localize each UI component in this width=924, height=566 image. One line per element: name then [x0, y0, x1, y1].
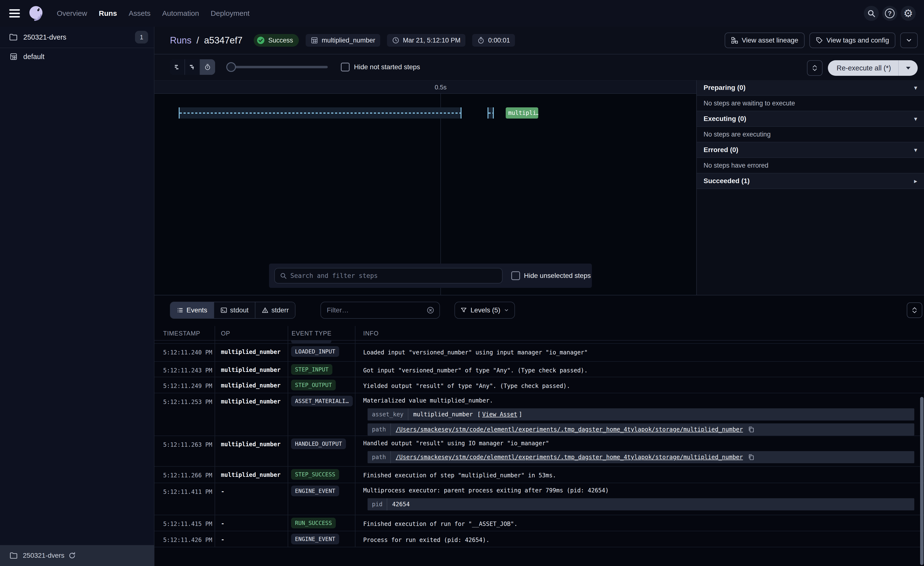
search-button[interactable]	[864, 6, 879, 21]
hide-unselected-control: Hide unselected steps	[511, 271, 591, 280]
event-row[interactable]: 5:12:11.253 PM multiplied_number ASSET_M…	[154, 393, 924, 436]
chevron-down-icon	[812, 68, 818, 71]
event-timestamp: 5:12:11.263 PM	[154, 436, 215, 466]
breadcrumb-runs-link[interactable]: Runs	[170, 35, 192, 45]
fit-steps-button[interactable]	[807, 60, 822, 76]
help-icon: ?	[885, 9, 895, 18]
reexecute-all-button[interactable]: Re-execute all (*)	[828, 64, 898, 72]
levels-dropdown[interactable]: Levels (5)	[454, 302, 515, 319]
chevron-down-icon: ▾	[914, 84, 917, 92]
event-row[interactable]: 5:12:11.426 PM - ENGINE_EVENT Process fo…	[154, 531, 924, 547]
chevron-down-icon: ▾	[914, 146, 917, 154]
view-asset-lineage-button[interactable]: View asset lineage	[724, 33, 804, 48]
nav-item-overview[interactable]: Overview	[57, 9, 87, 18]
tab-stderr-label: stderr	[272, 306, 289, 314]
clear-filter-icon[interactable]	[426, 306, 435, 314]
section-succeeded-header[interactable]: Succeeded (1) ▸	[697, 173, 924, 189]
run-header-more-button[interactable]	[900, 33, 918, 48]
view-asset-link[interactable]: View Asset	[482, 411, 518, 418]
sidebar-item-code-location[interactable]: 250321-dvers 1	[0, 27, 154, 48]
help-button[interactable]: ?	[882, 6, 897, 21]
stopwatch-icon	[204, 63, 211, 71]
waterfall-view-icon	[189, 63, 196, 71]
asset-tag[interactable]: multiplied_number	[306, 34, 380, 47]
metadata-key: path	[368, 451, 391, 463]
asset-tag-label: multiplied_number	[322, 37, 375, 44]
event-row[interactable]: 5:12:11.249 PM multiplied_number STEP_OU…	[154, 377, 924, 393]
event-timestamp: 5:12:11.243 PM	[154, 362, 215, 377]
event-list-icon	[177, 307, 183, 314]
copy-icon[interactable]	[748, 426, 754, 433]
log-filter-input[interactable]	[327, 306, 426, 314]
tab-events-label: Events	[186, 306, 207, 314]
section-executing-header[interactable]: Executing (0) ▾	[697, 111, 924, 127]
event-row-partial	[154, 340, 924, 344]
metadata-row-path: path /Users/smackesey/stm/code/elementl/…	[368, 451, 914, 463]
hide-not-started-control: Hide not started steps	[341, 63, 420, 71]
waterfall-view-button[interactable]	[185, 59, 200, 75]
run-header-actions: View asset lineage View tags and config	[724, 33, 918, 48]
sidebar: 250321-dvers 1 default	[0, 27, 154, 545]
step-waiting-bar-short[interactable]	[488, 107, 494, 119]
refresh-icon[interactable]	[68, 552, 76, 560]
zoom-slider-track[interactable]	[227, 66, 328, 68]
event-row[interactable]: 5:12:11.240 PM multiplied_number LOADED_…	[154, 344, 924, 362]
duration-label: 0:00:01	[488, 37, 510, 44]
sidebar-footer[interactable]: 250321-dvers	[0, 545, 154, 566]
clipped-badge	[291, 340, 332, 343]
start-time-tag[interactable]: Mar 21, 5:12:10 PM	[387, 34, 465, 47]
hide-not-started-checkbox[interactable]	[341, 63, 350, 71]
dagster-logo-icon[interactable]	[27, 4, 45, 23]
run-count-badge: 1	[135, 31, 148, 44]
settings-button[interactable]: ⚙	[901, 6, 916, 21]
event-log-scrollbar[interactable]	[920, 397, 924, 565]
tab-stderr[interactable]: stderr	[255, 302, 295, 318]
asset-group-name: default	[23, 53, 44, 61]
event-info: Process for run exited (pid: 42654).	[356, 531, 924, 547]
reexecute-split-button: Re-execute all (*)	[828, 60, 918, 76]
chevron-down-icon	[905, 37, 913, 44]
tab-stdout[interactable]: stdout	[214, 302, 255, 318]
section-preparing-header[interactable]: Preparing (0) ▾	[697, 80, 924, 96]
step-search-input[interactable]	[290, 272, 497, 279]
gantt-step-bar[interactable]: multipli…	[506, 107, 538, 119]
reexecute-options-button[interactable]	[899, 67, 918, 69]
event-type-badge: LOADED_INPUT	[291, 346, 339, 357]
event-row[interactable]: 5:12:11.411 PM - ENGINE_EVENT Multiproce…	[154, 483, 924, 515]
event-timestamp: 5:12:11.266 PM	[154, 467, 215, 483]
search-icon	[867, 9, 876, 18]
step-status-panel: Preparing (0) ▾ No steps are waiting to …	[696, 80, 924, 295]
metadata-row-path: path /Users/smackesey/stm/code/elementl/…	[368, 423, 914, 435]
sidebar-item-default-group[interactable]: default	[0, 48, 154, 65]
col-event-type: EVENT TYPE	[288, 326, 356, 340]
path-link[interactable]: /Users/smackesey/stm/code/elementl/exper…	[396, 454, 743, 461]
timed-view-button[interactable]	[200, 59, 215, 75]
event-info: Yielded output "result" of type "Any". (…	[356, 377, 924, 393]
hide-unselected-label: Hide unselected steps	[524, 272, 591, 280]
nav-item-automation[interactable]: Automation	[162, 9, 199, 18]
event-info: Got input "versioned_number" of type "An…	[356, 362, 924, 377]
copy-icon[interactable]	[748, 454, 754, 461]
run-meta-pills: Success multiplied_number Mar 21, 5:12:1…	[254, 34, 515, 47]
hide-unselected-checkbox[interactable]	[511, 271, 520, 280]
nav-item-deployment[interactable]: Deployment	[211, 9, 250, 18]
duration-tag[interactable]: 0:00:01	[472, 34, 515, 47]
tab-events[interactable]: Events	[170, 302, 214, 318]
event-row[interactable]: 5:12:11.263 PM multiplied_number HANDLED…	[154, 436, 924, 467]
flat-view-button[interactable]	[170, 59, 185, 75]
step-waiting-bar[interactable]	[178, 107, 462, 119]
nav-item-runs[interactable]: Runs	[99, 9, 117, 18]
event-row[interactable]: 5:12:11.243 PM multiplied_number STEP_IN…	[154, 362, 924, 377]
event-op: multiplied_number	[215, 344, 288, 361]
path-link[interactable]: /Users/smackesey/stm/code/elementl/exper…	[396, 426, 743, 433]
expand-log-button[interactable]	[907, 303, 922, 318]
event-row[interactable]: 5:12:11.266 PM multiplied_number STEP_SU…	[154, 467, 924, 483]
nav-item-assets[interactable]: Assets	[129, 9, 150, 18]
event-type-badge: STEP_OUTPUT	[291, 380, 336, 390]
zoom-slider-handle[interactable]	[226, 62, 236, 72]
event-row[interactable]: 5:12:11.415 PM - RUN_SUCCESS Finished ex…	[154, 515, 924, 531]
section-errored-header[interactable]: Errored (0) ▾	[697, 142, 924, 158]
hamburger-menu-icon[interactable]	[9, 9, 20, 18]
view-tags-config-button[interactable]: View tags and config	[809, 33, 896, 48]
primary-nav: Overview Runs Assets Automation Deployme…	[57, 9, 250, 18]
